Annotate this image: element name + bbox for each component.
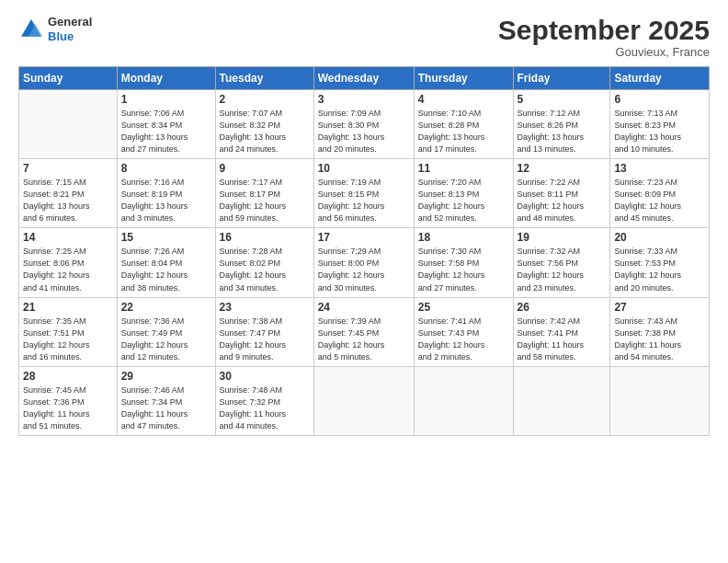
day-number: 28	[23, 370, 113, 383]
day-info: Sunrise: 7:35 AM Sunset: 7:51 PM Dayligh…	[23, 316, 113, 363]
calendar-week-row: 7Sunrise: 7:15 AM Sunset: 8:21 PM Daylig…	[19, 159, 710, 228]
day-number: 23	[220, 301, 310, 314]
calendar-cell	[19, 90, 118, 159]
calendar-cell: 25Sunrise: 7:41 AM Sunset: 7:43 PM Dayli…	[414, 297, 513, 366]
weekday-header: Tuesday	[215, 67, 313, 90]
day-number: 27	[614, 301, 705, 314]
calendar-cell: 21Sunrise: 7:35 AM Sunset: 7:51 PM Dayli…	[19, 297, 118, 366]
calendar-week-row: 1Sunrise: 7:06 AM Sunset: 8:34 PM Daylig…	[19, 90, 710, 159]
day-number: 14	[23, 231, 113, 244]
calendar-cell: 3Sunrise: 7:09 AM Sunset: 8:30 PM Daylig…	[313, 90, 414, 159]
calendar-week-row: 28Sunrise: 7:45 AM Sunset: 7:36 PM Dayli…	[19, 366, 710, 435]
calendar-cell: 22Sunrise: 7:36 AM Sunset: 7:49 PM Dayli…	[117, 297, 215, 366]
day-number: 22	[121, 301, 211, 314]
day-info: Sunrise: 7:17 AM Sunset: 8:17 PM Dayligh…	[220, 177, 310, 224]
calendar-cell: 18Sunrise: 7:30 AM Sunset: 7:58 PM Dayli…	[414, 228, 513, 297]
logo-text: General Blue	[48, 15, 92, 43]
weekday-header: Monday	[117, 67, 215, 90]
day-number: 6	[614, 93, 705, 106]
day-number: 3	[318, 93, 410, 106]
month-title: September 2025	[498, 15, 710, 45]
day-number: 24	[318, 301, 410, 314]
day-info: Sunrise: 7:39 AM Sunset: 7:45 PM Dayligh…	[318, 316, 410, 363]
day-info: Sunrise: 7:48 AM Sunset: 7:32 PM Dayligh…	[220, 385, 310, 432]
weekday-header: Wednesday	[313, 67, 414, 90]
calendar-cell: 17Sunrise: 7:29 AM Sunset: 8:00 PM Dayli…	[313, 228, 414, 297]
day-number: 8	[121, 162, 211, 175]
weekday-header-row: SundayMondayTuesdayWednesdayThursdayFrid…	[19, 67, 710, 90]
weekday-header: Sunday	[19, 67, 118, 90]
calendar: SundayMondayTuesdayWednesdayThursdayFrid…	[18, 66, 710, 436]
calendar-cell	[610, 366, 710, 435]
day-info: Sunrise: 7:26 AM Sunset: 8:04 PM Dayligh…	[121, 246, 211, 293]
day-info: Sunrise: 7:25 AM Sunset: 8:06 PM Dayligh…	[23, 246, 113, 293]
day-number: 15	[121, 231, 211, 244]
calendar-cell: 30Sunrise: 7:48 AM Sunset: 7:32 PM Dayli…	[215, 366, 313, 435]
calendar-cell: 11Sunrise: 7:20 AM Sunset: 8:13 PM Dayli…	[414, 159, 513, 228]
day-info: Sunrise: 7:12 AM Sunset: 8:26 PM Dayligh…	[518, 108, 607, 155]
calendar-cell: 10Sunrise: 7:19 AM Sunset: 8:15 PM Dayli…	[313, 159, 414, 228]
day-info: Sunrise: 7:28 AM Sunset: 8:02 PM Dayligh…	[220, 246, 310, 293]
day-info: Sunrise: 7:29 AM Sunset: 8:00 PM Dayligh…	[318, 246, 410, 293]
logo-icon	[18, 17, 44, 42]
day-info: Sunrise: 7:33 AM Sunset: 7:53 PM Dayligh…	[614, 246, 705, 293]
logo: General Blue	[18, 15, 92, 43]
calendar-cell: 5Sunrise: 7:12 AM Sunset: 8:26 PM Daylig…	[513, 90, 610, 159]
day-number: 1	[121, 93, 211, 106]
day-info: Sunrise: 7:22 AM Sunset: 8:11 PM Dayligh…	[518, 177, 607, 224]
day-number: 17	[318, 231, 410, 244]
calendar-cell: 1Sunrise: 7:06 AM Sunset: 8:34 PM Daylig…	[117, 90, 215, 159]
day-number: 10	[318, 162, 410, 175]
day-info: Sunrise: 7:23 AM Sunset: 8:09 PM Dayligh…	[614, 177, 705, 224]
day-number: 26	[518, 301, 607, 314]
calendar-cell: 6Sunrise: 7:13 AM Sunset: 8:23 PM Daylig…	[610, 90, 710, 159]
day-info: Sunrise: 7:15 AM Sunset: 8:21 PM Dayligh…	[23, 177, 113, 224]
day-info: Sunrise: 7:07 AM Sunset: 8:32 PM Dayligh…	[220, 108, 310, 155]
day-number: 21	[23, 301, 113, 314]
calendar-cell: 8Sunrise: 7:16 AM Sunset: 8:19 PM Daylig…	[117, 159, 215, 228]
day-info: Sunrise: 7:45 AM Sunset: 7:36 PM Dayligh…	[23, 385, 113, 432]
title-block: September 2025 Gouvieux, France	[498, 15, 710, 59]
day-number: 29	[121, 370, 211, 383]
day-info: Sunrise: 7:43 AM Sunset: 7:38 PM Dayligh…	[614, 316, 705, 363]
day-info: Sunrise: 7:10 AM Sunset: 8:28 PM Dayligh…	[418, 108, 509, 155]
calendar-cell: 27Sunrise: 7:43 AM Sunset: 7:38 PM Dayli…	[610, 297, 710, 366]
day-number: 16	[220, 231, 310, 244]
day-info: Sunrise: 7:20 AM Sunset: 8:13 PM Dayligh…	[418, 177, 509, 224]
day-info: Sunrise: 7:06 AM Sunset: 8:34 PM Dayligh…	[121, 108, 211, 155]
day-number: 4	[418, 93, 509, 106]
day-number: 12	[518, 162, 607, 175]
calendar-cell: 9Sunrise: 7:17 AM Sunset: 8:17 PM Daylig…	[215, 159, 313, 228]
day-info: Sunrise: 7:42 AM Sunset: 7:41 PM Dayligh…	[518, 316, 607, 363]
calendar-cell	[414, 366, 513, 435]
day-info: Sunrise: 7:41 AM Sunset: 7:43 PM Dayligh…	[418, 316, 509, 363]
day-info: Sunrise: 7:36 AM Sunset: 7:49 PM Dayligh…	[121, 316, 211, 363]
weekday-header: Thursday	[414, 67, 513, 90]
day-number: 18	[418, 231, 509, 244]
day-info: Sunrise: 7:19 AM Sunset: 8:15 PM Dayligh…	[318, 177, 410, 224]
calendar-cell: 19Sunrise: 7:32 AM Sunset: 7:56 PM Dayli…	[513, 228, 610, 297]
day-number: 2	[220, 93, 310, 106]
weekday-header: Friday	[513, 67, 610, 90]
day-info: Sunrise: 7:30 AM Sunset: 7:58 PM Dayligh…	[418, 246, 509, 293]
day-info: Sunrise: 7:46 AM Sunset: 7:34 PM Dayligh…	[121, 385, 211, 432]
day-number: 30	[220, 370, 310, 383]
header: General Blue September 2025 Gouvieux, Fr…	[18, 15, 710, 59]
location: Gouvieux, France	[498, 45, 710, 59]
day-number: 25	[418, 301, 509, 314]
day-number: 19	[518, 231, 607, 244]
day-number: 11	[418, 162, 509, 175]
calendar-cell: 20Sunrise: 7:33 AM Sunset: 7:53 PM Dayli…	[610, 228, 710, 297]
day-info: Sunrise: 7:09 AM Sunset: 8:30 PM Dayligh…	[318, 108, 410, 155]
day-info: Sunrise: 7:13 AM Sunset: 8:23 PM Dayligh…	[614, 108, 705, 155]
calendar-cell: 14Sunrise: 7:25 AM Sunset: 8:06 PM Dayli…	[19, 228, 118, 297]
calendar-cell: 23Sunrise: 7:38 AM Sunset: 7:47 PM Dayli…	[215, 297, 313, 366]
calendar-cell: 15Sunrise: 7:26 AM Sunset: 8:04 PM Dayli…	[117, 228, 215, 297]
calendar-cell: 12Sunrise: 7:22 AM Sunset: 8:11 PM Dayli…	[513, 159, 610, 228]
day-number: 7	[23, 162, 113, 175]
calendar-cell: 2Sunrise: 7:07 AM Sunset: 8:32 PM Daylig…	[215, 90, 313, 159]
calendar-cell: 26Sunrise: 7:42 AM Sunset: 7:41 PM Dayli…	[513, 297, 610, 366]
day-number: 9	[220, 162, 310, 175]
weekday-header: Saturday	[610, 67, 710, 90]
calendar-cell: 13Sunrise: 7:23 AM Sunset: 8:09 PM Dayli…	[610, 159, 710, 228]
